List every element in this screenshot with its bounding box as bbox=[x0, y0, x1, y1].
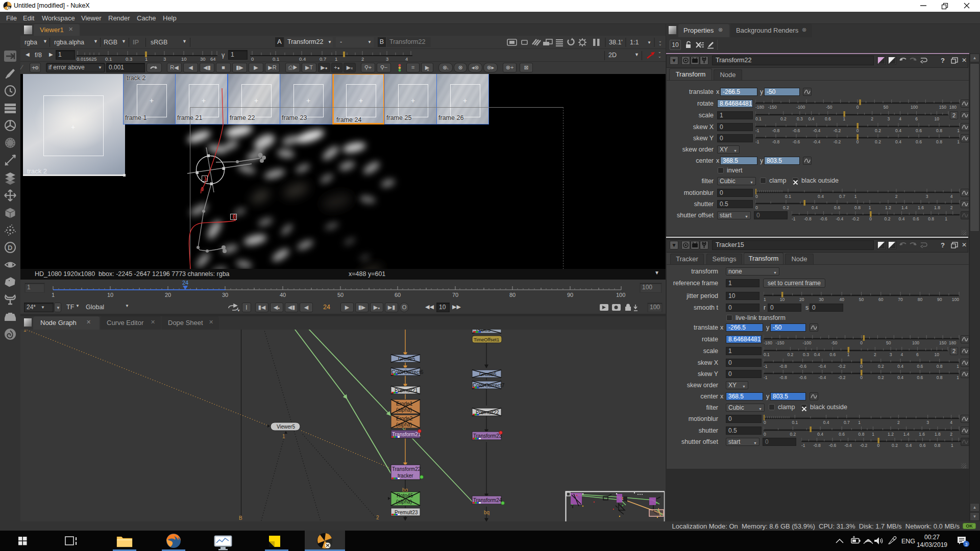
svg-text:3: 3 bbox=[926, 194, 928, 199]
svg-text:0.8: 0.8 bbox=[937, 364, 943, 369]
svg-text:0.1: 0.1 bbox=[785, 194, 791, 199]
svg-text:0.2: 0.2 bbox=[885, 216, 891, 221]
svg-text:⌄: ⌄ bbox=[658, 42, 662, 46]
svg-text:-0.8: -0.8 bbox=[779, 375, 787, 380]
svg-text:1: 1 bbox=[854, 194, 857, 199]
svg-text:40: 40 bbox=[839, 297, 844, 302]
svg-text:D: D bbox=[8, 244, 12, 252]
svg-text:1.8: 1.8 bbox=[934, 205, 940, 210]
svg-text:10: 10 bbox=[181, 56, 187, 62]
svg-text:0.8: 0.8 bbox=[936, 128, 942, 133]
svg-text:2: 2 bbox=[871, 116, 873, 121]
svg-text:0.2: 0.2 bbox=[892, 443, 898, 448]
svg-text:0.6: 0.6 bbox=[913, 216, 919, 221]
svg-text:0.4: 0.4 bbox=[899, 216, 905, 221]
svg-text:2: 2 bbox=[897, 420, 900, 425]
svg-text:6: 6 bbox=[916, 352, 919, 357]
svg-text:4: 4 bbox=[405, 56, 408, 62]
svg-text:0.6: 0.6 bbox=[916, 139, 922, 144]
svg-text:100: 100 bbox=[952, 297, 959, 302]
svg-text:0.1: 0.1 bbox=[105, 56, 112, 62]
svg-text:0.6: 0.6 bbox=[834, 205, 840, 210]
svg-text:1.2: 1.2 bbox=[888, 432, 894, 437]
svg-text:0: 0 bbox=[877, 443, 880, 448]
svg-text:1.4: 1.4 bbox=[903, 432, 910, 437]
svg-text:0.2: 0.2 bbox=[875, 128, 881, 133]
svg-text:0: 0 bbox=[860, 364, 863, 369]
svg-text:-150: -150 bbox=[775, 340, 784, 345]
svg-text:0.7: 0.7 bbox=[844, 420, 850, 425]
svg-text:-1: -1 bbox=[755, 128, 760, 133]
svg-text:100: 100 bbox=[616, 292, 625, 298]
svg-text:80: 80 bbox=[918, 297, 923, 302]
svg-text:0: 0 bbox=[856, 128, 859, 133]
svg-text:0.4: 0.4 bbox=[895, 139, 901, 144]
svg-text:0.6: 0.6 bbox=[920, 443, 926, 448]
svg-text:-150: -150 bbox=[768, 105, 777, 110]
svg-text:0.8: 0.8 bbox=[934, 443, 940, 448]
svg-text:50: 50 bbox=[337, 292, 344, 298]
svg-text:1: 1 bbox=[957, 139, 960, 144]
svg-text:0.2: 0.2 bbox=[783, 205, 789, 210]
svg-text:-1: -1 bbox=[764, 375, 768, 380]
svg-text:150: 150 bbox=[939, 105, 946, 110]
svg-text:1: 1 bbox=[858, 420, 861, 425]
svg-text:-0.2: -0.2 bbox=[834, 128, 841, 133]
svg-text:0: 0 bbox=[764, 432, 766, 437]
svg-text:0.2: 0.2 bbox=[780, 116, 787, 121]
svg-text:-0.2: -0.2 bbox=[838, 375, 846, 380]
svg-text:1: 1 bbox=[847, 352, 850, 357]
svg-text:0.1: 0.1 bbox=[764, 352, 770, 357]
svg-text:-1: -1 bbox=[792, 216, 796, 221]
svg-text:90: 90 bbox=[567, 292, 573, 298]
svg-text:0.3: 0.3 bbox=[797, 116, 803, 121]
svg-text:-100: -100 bbox=[802, 340, 811, 345]
svg-text:0.4: 0.4 bbox=[808, 116, 815, 121]
svg-text:10: 10 bbox=[935, 116, 940, 121]
svg-text:-0.2: -0.2 bbox=[838, 364, 846, 369]
svg-text:0.8: 0.8 bbox=[936, 139, 942, 144]
svg-text:-0.6: -0.6 bbox=[799, 375, 806, 380]
svg-text:tracker: tracker bbox=[398, 473, 413, 479]
svg-text:00:27: 00:27 bbox=[924, 534, 940, 541]
svg-text:1: 1 bbox=[951, 443, 953, 448]
svg-text:1: 1 bbox=[145, 56, 148, 62]
svg-text:50: 50 bbox=[859, 297, 864, 302]
svg-text:70: 70 bbox=[452, 292, 458, 298]
svg-text:-0.6: -0.6 bbox=[793, 128, 800, 133]
svg-text:60: 60 bbox=[878, 297, 884, 302]
svg-text:-0.2: -0.2 bbox=[860, 443, 868, 448]
svg-text:0.2: 0.2 bbox=[875, 139, 881, 144]
svg-text:0: 0 bbox=[860, 340, 863, 345]
svg-text:1.6: 1.6 bbox=[919, 432, 925, 437]
svg-text:4: 4 bbox=[900, 352, 903, 357]
svg-text:2: 2 bbox=[361, 56, 364, 62]
svg-text:ENG: ENG bbox=[901, 538, 915, 545]
svg-text:0.6: 0.6 bbox=[825, 116, 831, 121]
svg-text:150: 150 bbox=[939, 340, 946, 345]
svg-text:0.8: 0.8 bbox=[859, 432, 865, 437]
svg-text:1.4: 1.4 bbox=[901, 205, 908, 210]
svg-text:0.8: 0.8 bbox=[854, 205, 861, 210]
svg-text:180: 180 bbox=[949, 105, 957, 110]
svg-text:0: 0 bbox=[860, 375, 863, 380]
svg-text:50: 50 bbox=[884, 105, 889, 110]
svg-text:4: 4 bbox=[899, 116, 901, 121]
svg-text:3: 3 bbox=[890, 352, 892, 357]
svg-text:0.3: 0.3 bbox=[803, 352, 809, 357]
svg-text:-0.8: -0.8 bbox=[804, 216, 812, 221]
svg-text:0.4: 0.4 bbox=[812, 205, 818, 210]
svg-text:-0.4: -0.4 bbox=[836, 216, 843, 221]
svg-text:3: 3 bbox=[965, 542, 967, 547]
svg-text:0: 0 bbox=[755, 205, 758, 210]
svg-text:180: 180 bbox=[949, 340, 956, 345]
svg-text:1: 1 bbox=[335, 56, 337, 62]
svg-text:1: 1 bbox=[872, 432, 874, 437]
svg-text:-0.6: -0.6 bbox=[799, 364, 806, 369]
svg-text:2: 2 bbox=[950, 205, 953, 210]
svg-text:0.015625: 0.015625 bbox=[77, 56, 97, 62]
svg-text:38.1': 38.1' bbox=[609, 39, 623, 46]
svg-text:20: 20 bbox=[165, 292, 171, 298]
svg-text:10: 10 bbox=[107, 292, 113, 298]
svg-text:0.4: 0.4 bbox=[817, 432, 823, 437]
